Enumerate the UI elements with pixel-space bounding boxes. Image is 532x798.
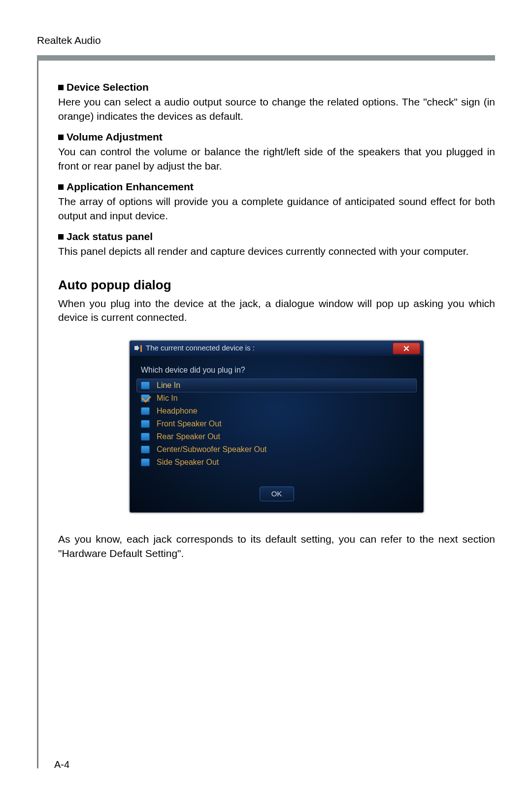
bullet-icon: [58, 85, 64, 90]
section-head-application-enhancement: Application Enhancement: [58, 180, 495, 194]
device-option[interactable]: Line In: [137, 379, 416, 392]
checkbox-icon: [141, 433, 150, 441]
section-title: Jack status panel: [66, 231, 153, 242]
dialog-titlebar: The current connected device is :: [130, 341, 423, 356]
device-option-label: Center/Subwoofer Speaker Out: [157, 444, 266, 455]
auto-popup-outro: As you know, each jack corresponds to it…: [58, 532, 495, 560]
content: Device Selection Here you can select a a…: [58, 80, 495, 560]
dialog-title: The current connected device is :: [146, 343, 255, 353]
side-rule: Device Selection Here you can select a a…: [37, 61, 495, 768]
device-option-label: Headphone: [157, 406, 198, 416]
device-option[interactable]: Mic In: [141, 392, 412, 405]
auto-popup-heading: Auto popup dialog: [58, 277, 495, 294]
checkbox-icon: [141, 458, 150, 466]
checkbox-icon: [141, 407, 150, 415]
device-option-label: Side Speaker Out: [157, 457, 219, 468]
ok-button[interactable]: OK: [260, 486, 294, 501]
checkbox-icon: [141, 382, 150, 389]
section-body: The array of options will provide you a …: [58, 195, 495, 223]
device-option-label: Line In: [157, 380, 180, 391]
device-option[interactable]: Front Speaker Out: [141, 417, 412, 430]
section-title: Application Enhancement: [66, 181, 194, 192]
checkbox-icon: [141, 394, 150, 402]
page: Realtek Audio Device Selection Here you …: [0, 0, 532, 798]
section-head-volume-adjustment: Volume Adjustment: [58, 130, 495, 144]
section-head-jack-status: Jack status panel: [58, 230, 495, 243]
section-title: Device Selection: [66, 81, 149, 93]
section-body: Here you can select a audio output sourc…: [58, 95, 495, 123]
bullet-icon: [58, 234, 64, 240]
device-option[interactable]: Center/Subwoofer Speaker Out: [141, 443, 412, 456]
device-option-label: Mic In: [157, 393, 178, 404]
device-option[interactable]: Rear Speaker Out: [141, 430, 412, 443]
dialog-prompt: Which device did you plug in?: [130, 356, 423, 380]
close-button[interactable]: [393, 343, 420, 354]
bullet-icon: [58, 184, 64, 190]
section-title: Volume Adjustment: [66, 131, 163, 142]
bullet-icon: [58, 135, 64, 140]
close-icon: [403, 345, 410, 352]
running-head: Realtek Audio: [37, 35, 495, 46]
section-head-device-selection: Device Selection: [58, 80, 495, 94]
checkbox-icon: [141, 420, 150, 428]
device-dialog: The current connected device is : Which …: [130, 341, 424, 513]
device-option[interactable]: Headphone: [141, 405, 412, 417]
auto-popup-intro: When you plug into the device at the jac…: [58, 297, 495, 325]
device-option-label: Front Speaker Out: [157, 418, 222, 429]
section-body: You can control the volume or balance th…: [58, 145, 495, 173]
header-rule: [37, 55, 495, 61]
speaker-icon: [134, 345, 143, 352]
dialog-options: Line InMic InHeadphoneFront Speaker OutR…: [130, 379, 423, 480]
device-option-label: Rear Speaker Out: [157, 431, 220, 442]
page-number: A-4: [54, 759, 69, 770]
device-option[interactable]: Side Speaker Out: [141, 456, 412, 469]
checkbox-icon: [141, 446, 150, 453]
dialog-screenshot: The current connected device is : Which …: [58, 341, 495, 513]
section-body: This panel depicts all render and captur…: [58, 244, 495, 258]
